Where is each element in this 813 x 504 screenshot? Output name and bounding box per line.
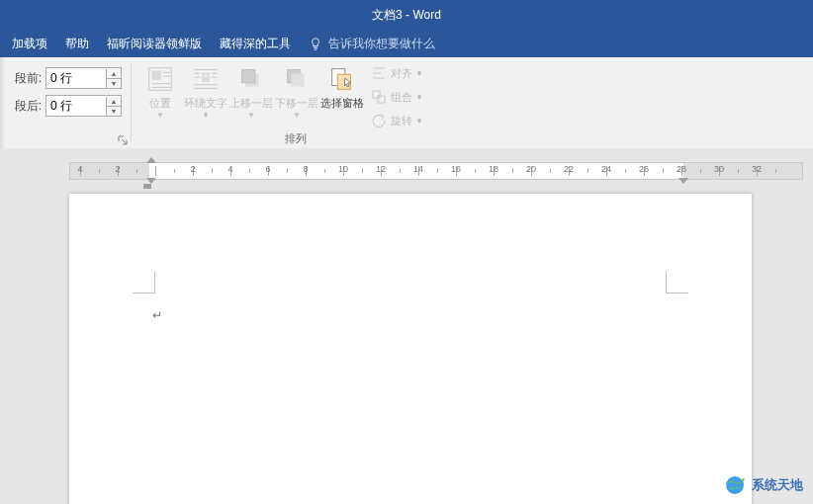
chevron-down-icon: ▼ [293, 111, 301, 120]
lightbulb-icon [309, 37, 322, 50]
arrange-group-label: 排列 [137, 130, 454, 146]
ribbon: 段前: ▲ ▼ 段后: ▲ ▼ [0, 57, 813, 149]
spacing-after-down[interactable]: ▼ [107, 107, 121, 116]
send-backward-button: 下移一层 ▼ [274, 59, 319, 120]
selection-pane-icon [326, 63, 358, 95]
tab-foxit-reader[interactable]: 福昕阅读器领鲜版 [107, 36, 202, 52]
chevron-down-icon: ▼ [415, 117, 423, 126]
spacing-before-row: 段前: ▲ ▼ [10, 67, 122, 89]
document-page[interactable]: ↵ [69, 194, 752, 504]
title-bar: 文档3 - Word [0, 0, 813, 30]
selection-pane-button[interactable]: 选择窗格 [319, 59, 365, 110]
watermark: 系统天地 [724, 474, 803, 496]
rotate-icon [371, 113, 387, 128]
margin-corner-tl [133, 271, 155, 294]
rotate-button: 旋转 ▼ [371, 111, 423, 130]
chevron-down-icon: ▼ [415, 93, 423, 102]
spacing-before-input[interactable] [46, 69, 106, 87]
spacing-before-spinner[interactable]: ▲ ▼ [45, 67, 122, 89]
svg-rect-1 [152, 71, 161, 80]
first-line-indent-marker[interactable] [146, 157, 156, 163]
group-icon [371, 89, 387, 105]
chevron-down-icon: ▼ [156, 111, 164, 120]
spacing-after-row: 段后: ▲ ▼ [10, 95, 122, 117]
tab-addins[interactable]: 加载项 [12, 36, 47, 52]
document-workspace: 422468101214161820222426283032 ↵ [0, 148, 813, 504]
right-indent-marker[interactable] [678, 178, 688, 184]
spacing-after-up[interactable]: ▲ [107, 97, 121, 107]
spacing-before-down[interactable]: ▼ [107, 79, 121, 88]
paragraph-dialog-launcher[interactable] [117, 134, 129, 146]
chevron-down-icon: ▼ [415, 69, 423, 78]
chevron-down-icon: ▼ [202, 111, 210, 120]
left-indent-marker[interactable] [143, 184, 151, 189]
tell-me-search[interactable]: 告诉我你想要做什么 [309, 36, 453, 52]
spacing-before-label: 段前: [10, 70, 42, 87]
position-icon [144, 63, 176, 95]
tab-hidden-tools[interactable]: 藏得深的工具 [220, 36, 291, 52]
margin-corner-tr [666, 271, 688, 294]
svg-rect-17 [291, 73, 304, 86]
bring-forward-icon [235, 63, 267, 95]
paragraph-mark: ↵ [152, 308, 162, 322]
spacing-after-input[interactable] [46, 97, 106, 115]
align-icon [371, 65, 387, 81]
spacing-after-label: 段后: [10, 98, 42, 115]
menu-bar: 加载项 帮助 福昕阅读器领鲜版 藏得深的工具 告诉我你想要做什么 [0, 30, 813, 57]
wrap-text-button: 环绕文字 ▼ [183, 59, 228, 120]
align-button: 对齐 ▼ [371, 63, 423, 83]
svg-rect-24 [378, 96, 385, 103]
svg-rect-23 [373, 91, 380, 98]
tab-help[interactable]: 帮助 [65, 36, 89, 52]
group-paragraph-spacing: 段前: ▲ ▼ 段后: ▲ ▼ [4, 57, 131, 148]
spacing-before-up[interactable]: ▲ [107, 69, 121, 79]
position-button: 位置 ▼ [137, 59, 183, 120]
wrap-text-icon [190, 63, 222, 95]
send-backward-icon [281, 63, 313, 95]
group-button: 组合 ▼ [371, 87, 423, 107]
group-arrange: 位置 ▼ 环绕文字 ▼ 上移一层 ▼ 下移一层 [132, 57, 460, 148]
globe-icon [724, 474, 746, 496]
svg-rect-15 [242, 70, 255, 83]
svg-point-25 [726, 476, 744, 494]
horizontal-ruler[interactable]: 422468101214161820222426283032 [69, 162, 803, 180]
document-title: 文档3 - Word [372, 7, 441, 24]
spacing-after-spinner[interactable]: ▲ ▼ [45, 95, 122, 117]
chevron-down-icon: ▼ [247, 111, 255, 120]
bring-forward-button: 上移一层 ▼ [228, 59, 274, 120]
